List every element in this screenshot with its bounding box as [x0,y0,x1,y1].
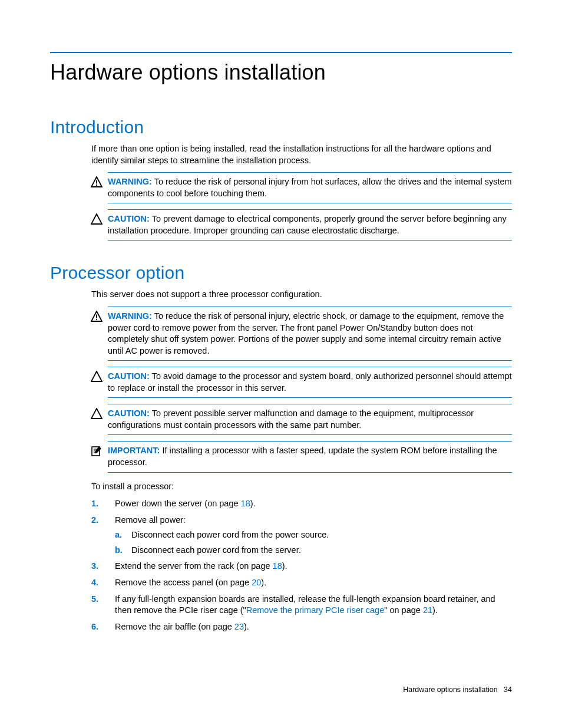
caution-icon [91,371,103,383]
page-link-18[interactable]: 18 [241,499,250,508]
warning-icon [91,311,103,322]
step-2a: Disconnect each power cord from the powe… [115,529,512,541]
step-1: Power down the server (on page 18). [91,498,512,510]
caution-icon [91,213,103,225]
note-icon [91,445,103,457]
chapter-title: Hardware options installation [50,60,512,85]
warning-label: WARNING: [108,177,152,186]
intro-body: If more than one option is being install… [91,143,512,166]
caution-text: To prevent possible server malfunction a… [108,409,474,430]
footer-title: Hardware options installation [403,686,498,694]
important-text: If installing a processor with a faster … [108,446,497,467]
caution-label: CAUTION: [108,214,150,223]
warning-text: To reduce the risk of personal injury fr… [108,177,512,198]
caution-text: To avoid damage to the processor and sys… [108,371,512,393]
install-steps: Power down the server (on page 18). Remo… [91,498,512,633]
page-link-23[interactable]: 23 [234,622,244,631]
top-rule [50,52,512,53]
caution-box-processor-1: CAUTION: To avoid damage to the processo… [108,367,512,398]
step-4: Remove the access panel (on page 20). [91,577,512,589]
warning-label: WARNING: [108,311,152,321]
svg-marker-3 [91,214,102,224]
warning-box-intro: WARNING: To reduce the risk of personal … [108,172,512,203]
important-label: IMPORTANT: [108,446,160,455]
step-6: Remove the air baffle (on page 23). [91,621,512,633]
footer-page-number: 34 [504,686,512,694]
svg-marker-8 [91,409,102,419]
warning-icon [91,176,103,188]
step-3: Extend the server from the rack (on page… [91,561,512,572]
warning-text: To reduce the risk of personal injury, e… [108,311,504,355]
svg-marker-7 [91,371,102,381]
warning-box-processor: WARNING: To reduce the risk of personal … [108,307,512,361]
caution-label: CAUTION: [108,409,150,418]
caution-label: CAUTION: [108,371,150,381]
processor-body: This server does not support a three pro… [91,289,512,301]
section-heading-introduction: Introduction [50,117,512,137]
page-link-20[interactable]: 20 [252,578,261,587]
caution-box-intro: CAUTION: To prevent damage to electrical… [108,209,512,241]
caution-text: To prevent damage to electrical componen… [108,214,507,235]
install-lead: To install a processor: [91,481,512,493]
page-link-21[interactable]: 21 [423,605,432,615]
step-5: If any full-length expansion boards are … [91,594,512,617]
page-footer: Hardware options installation 34 [403,686,512,694]
caution-icon [91,408,103,420]
section-heading-processor: Processor option [50,263,512,283]
svg-point-6 [96,319,97,320]
cross-ref-link-pcie[interactable]: Remove the primary PCIe riser cage [246,605,385,615]
step-2b: Disconnect each power cord from the serv… [115,545,512,556]
page-link-18[interactable]: 18 [273,561,282,571]
step-2: Remove all power: Disconnect each power … [91,515,512,556]
caution-box-processor-2: CAUTION: To prevent possible server malf… [108,404,512,435]
important-box-processor: IMPORTANT: If installing a processor wit… [108,441,512,472]
svg-point-2 [96,185,97,186]
